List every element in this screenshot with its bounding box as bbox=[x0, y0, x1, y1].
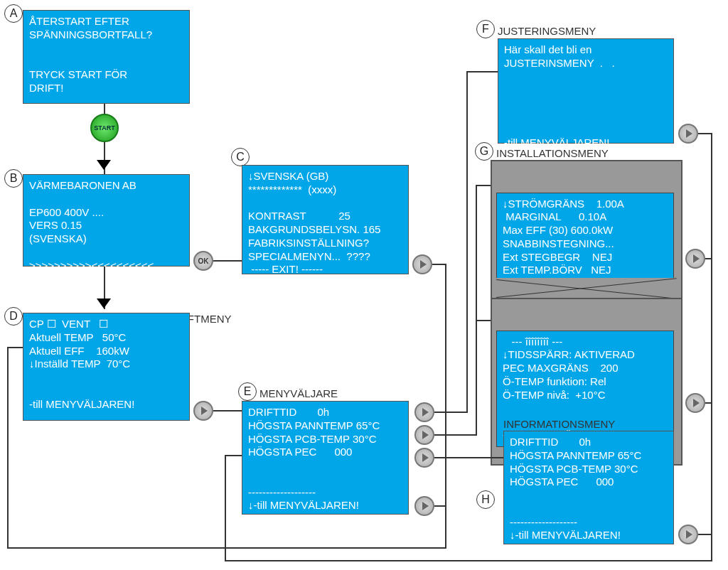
title-installationsmeny: INSTALLATIONSMENY bbox=[496, 147, 609, 159]
conn-c-d2 bbox=[7, 547, 446, 549]
label-H: H bbox=[476, 490, 495, 509]
conn-e1-f-t bbox=[466, 71, 498, 72]
conn-g2-ret bbox=[705, 402, 712, 404]
arrow-E-3[interactable] bbox=[414, 448, 434, 468]
arrowhead-b-d bbox=[97, 299, 111, 308]
box-F-justeringsmeny: Här skall det bli en JUSTERINSMENY . . -… bbox=[498, 38, 674, 144]
box-A-restart: ÅTERSTART EFTER SPÄNNINGSBORTFALL? TRYCK… bbox=[23, 10, 190, 104]
conn-f-ret-v bbox=[711, 133, 712, 561]
title-justeringsmeny: JUSTERINGSMENY bbox=[498, 25, 596, 37]
title-menyvaljare: MENYVÄLJARE bbox=[259, 387, 338, 399]
box-H-informationsmeny: DRIFTTID 0h HÖGSTA PANNTEMP 65°C HÖGSTA … bbox=[503, 431, 674, 544]
arrow-G1[interactable] bbox=[685, 249, 705, 269]
conn-e1-f-v bbox=[466, 71, 468, 413]
conn-g1-ret bbox=[705, 258, 712, 259]
conn-h-ret bbox=[698, 534, 712, 535]
conn-e2-g-v bbox=[476, 185, 477, 436]
conn-e1-f-h bbox=[434, 412, 468, 413]
label-A: A bbox=[4, 4, 23, 23]
conn-c-r1 bbox=[432, 264, 446, 265]
conn-e2-g-t bbox=[476, 185, 491, 186]
box-B-varmebaronen: VÄRMEBARONEN AB EP600 400V .... VERS 0.1… bbox=[23, 174, 190, 267]
arrow-E-2[interactable] bbox=[414, 425, 434, 445]
conn-f-ret-h bbox=[698, 133, 712, 134]
conn-e2-g-h bbox=[434, 434, 477, 436]
box-E-menyvaljare: DRIFTTID 0h HÖGSTA PANNTEMP 65°C HÖGSTA … bbox=[242, 401, 409, 515]
label-C: C bbox=[231, 148, 250, 166]
conn-c-d4 bbox=[7, 347, 23, 348]
label-D: D bbox=[4, 307, 23, 326]
arrow-C[interactable] bbox=[412, 254, 432, 274]
conn-c-d3 bbox=[7, 347, 9, 549]
arrow-E-4[interactable] bbox=[414, 496, 434, 516]
arrow-D[interactable] bbox=[193, 401, 213, 421]
conn-e2-g-t2 bbox=[476, 320, 491, 321]
conn-ret-up bbox=[225, 455, 226, 561]
conn-ret-into-e bbox=[225, 455, 242, 456]
label-B: B bbox=[4, 169, 23, 188]
arrow-H[interactable] bbox=[678, 525, 698, 544]
label-E: E bbox=[238, 382, 257, 401]
label-F: F bbox=[476, 20, 495, 38]
arrow-F[interactable] bbox=[678, 124, 698, 144]
ok-button[interactable]: OK bbox=[193, 251, 213, 271]
arrow-G2[interactable] bbox=[685, 393, 705, 413]
arrow-E-1[interactable] bbox=[414, 402, 434, 422]
box-C-svenska: ↓SVENSKA (GB) ************* (xxxx) KONTR… bbox=[242, 165, 409, 274]
arrowhead-a-b bbox=[97, 160, 111, 170]
conn-e4-ret bbox=[434, 505, 446, 507]
label-G: G bbox=[475, 142, 493, 161]
conn-b-c bbox=[213, 260, 242, 262]
conn-d-e bbox=[213, 410, 242, 412]
conn-ret-bottom bbox=[225, 560, 712, 561]
title-informationsmeny: INFORMATIONSMENY bbox=[503, 418, 615, 430]
start-button[interactable]: START bbox=[90, 114, 119, 142]
box-D-driftmeny: CP ☐ VENT ☐ Aktuell TEMP 50°C Aktuell EF… bbox=[23, 313, 190, 421]
conn-e3-h bbox=[434, 457, 503, 458]
